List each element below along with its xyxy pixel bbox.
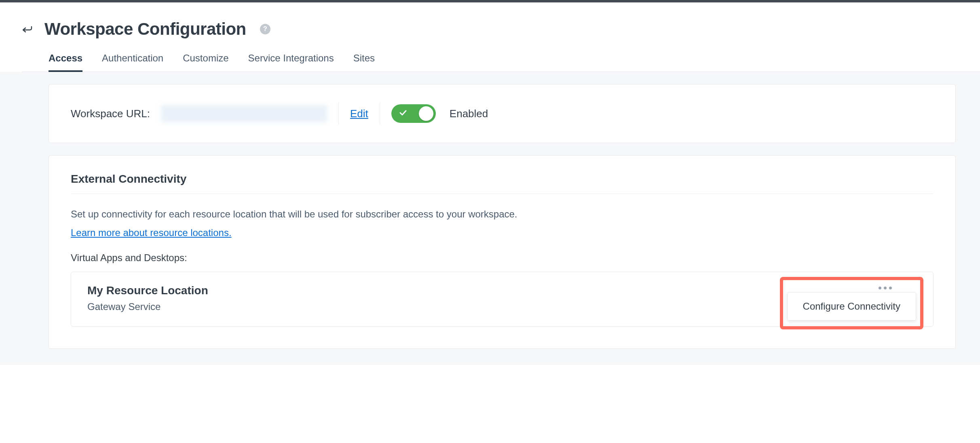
- tabs: Access Authentication Customize Service …: [22, 53, 980, 72]
- more-menu-icon[interactable]: [787, 284, 916, 291]
- vad-label: Virtual Apps and Desktops:: [71, 252, 934, 264]
- workspace-url-card: Workspace URL: Edit Enabled: [49, 84, 956, 143]
- content-area: Workspace URL: Edit Enabled External Con…: [0, 72, 980, 365]
- learn-more-link[interactable]: Learn more about resource locations.: [71, 227, 232, 238]
- tab-customize[interactable]: Customize: [183, 53, 228, 72]
- divider: [380, 102, 380, 125]
- external-connectivity-title: External Connectivity: [71, 173, 934, 186]
- tab-sites[interactable]: Sites: [353, 53, 375, 72]
- divider: [71, 194, 934, 194]
- highlight-annotation: Configure Connectivity: [780, 277, 923, 329]
- header: Workspace Configuration ? Access Authent…: [0, 2, 980, 72]
- page-title: Workspace Configuration: [44, 19, 246, 39]
- workspace-url-value-redacted: [161, 105, 327, 122]
- tab-service-integrations[interactable]: Service Integrations: [248, 53, 334, 72]
- title-row: Workspace Configuration ?: [22, 2, 980, 53]
- edit-url-link[interactable]: Edit: [350, 108, 368, 120]
- resource-menu-popover: Configure Connectivity: [787, 292, 916, 321]
- tab-access[interactable]: Access: [49, 53, 82, 72]
- external-connectivity-card: External Connectivity Set up connectivit…: [49, 155, 956, 349]
- toggle-knob: [419, 106, 433, 121]
- help-icon[interactable]: ?: [260, 24, 270, 34]
- workspace-url-label: Workspace URL:: [71, 108, 150, 120]
- back-icon[interactable]: [21, 23, 33, 35]
- workspace-url-toggle[interactable]: [391, 104, 436, 123]
- resource-location-card: My Resource Location Gateway Service Con…: [71, 272, 934, 327]
- check-icon: [399, 108, 408, 119]
- divider: [338, 102, 339, 125]
- configure-connectivity-menu-item[interactable]: Configure Connectivity: [788, 293, 916, 320]
- tab-authentication[interactable]: Authentication: [102, 53, 163, 72]
- external-connectivity-description: Set up connectivity for each resource lo…: [71, 209, 934, 220]
- resource-menu-area: Configure Connectivity: [780, 277, 923, 329]
- toggle-state-label: Enabled: [450, 108, 488, 120]
